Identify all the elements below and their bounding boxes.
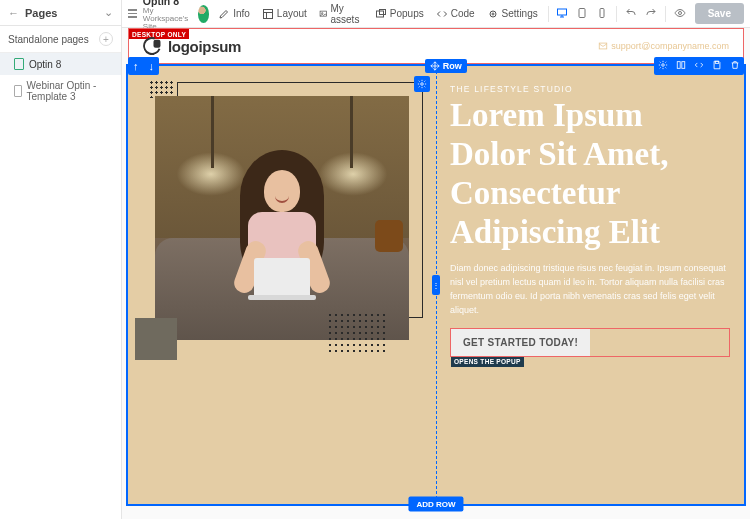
page-title-block: Optin 8 My Workspace's Site	[143, 0, 190, 31]
eyebrow-text: THE LIFESTYLE STUDIO	[450, 84, 730, 94]
hero-row[interactable]: ↑ ↓ Row ⋮ ADD ROW	[128, 66, 744, 504]
sidebar-item-optin8[interactable]: Optin 8	[0, 53, 121, 75]
svg-rect-7	[558, 9, 567, 15]
desktop-only-badge: DESKTOP ONLY	[129, 29, 189, 39]
cta-button[interactable]: GET STARTED TODAY!	[451, 329, 590, 356]
sidebar-item-label: Webinar Optin - Template 3	[27, 80, 111, 102]
topbar: Optin 8 My Workspace's Site Info Layout …	[122, 0, 750, 28]
sidebar-section-label: Standalone pages	[8, 34, 89, 45]
svg-rect-13	[677, 62, 680, 69]
column-settings-icon[interactable]	[414, 76, 430, 92]
opens-popup-badge: OPENS THE POPUP	[451, 357, 524, 367]
preview-icon[interactable]	[671, 4, 689, 24]
desktop-view-icon[interactable]	[553, 4, 571, 24]
row-toolbar	[654, 57, 744, 75]
svg-point-5	[490, 11, 496, 17]
svg-point-12	[662, 64, 665, 67]
svg-point-2	[321, 12, 322, 13]
undo-icon[interactable]	[622, 4, 640, 24]
svg-rect-0	[263, 9, 272, 18]
page-icon	[14, 85, 22, 97]
popups-button[interactable]: Popups	[370, 5, 429, 23]
hero-image-column[interactable]	[128, 66, 436, 375]
move-down-icon[interactable]: ↓	[144, 57, 160, 75]
layout-button[interactable]: Layout	[257, 5, 312, 23]
sidebar-header: ← Pages ⌄	[0, 0, 121, 26]
hamburger-icon[interactable]	[128, 9, 137, 18]
svg-rect-15	[715, 61, 718, 63]
row-settings-icon[interactable]	[654, 57, 672, 75]
pages-sidebar: ← Pages ⌄ Standalone pages + Optin 8 Web…	[0, 0, 122, 519]
decor-square	[135, 318, 177, 360]
svg-rect-9	[600, 8, 604, 17]
tablet-view-icon[interactable]	[573, 4, 591, 24]
assets-button[interactable]: My assets	[314, 0, 368, 28]
support-email-link[interactable]: support@companyname.com	[598, 41, 729, 51]
add-page-button[interactable]: +	[99, 32, 113, 46]
sidebar-item-webinar[interactable]: Webinar Optin - Template 3	[0, 75, 121, 107]
main-area: Optin 8 My Workspace's Site Info Layout …	[122, 0, 750, 519]
svg-rect-4	[379, 9, 385, 14]
mobile-view-icon[interactable]	[593, 4, 611, 24]
row-save-icon[interactable]	[708, 57, 726, 75]
save-button[interactable]: Save	[695, 3, 744, 24]
mail-icon	[598, 41, 608, 51]
sidebar-title: Pages	[25, 7, 57, 19]
canvas[interactable]: DESKTOP ONLY logoipsum support@companyna…	[122, 28, 750, 519]
hero-text-column[interactable]: THE LIFESTYLE STUDIO Lorem Ipsum Dolor S…	[436, 66, 744, 375]
page-icon	[14, 58, 24, 70]
code-button[interactable]: Code	[431, 5, 480, 23]
sidebar-section: Standalone pages +	[0, 26, 121, 53]
row-delete-icon[interactable]	[726, 57, 744, 75]
sidebar-item-label: Optin 8	[29, 59, 61, 70]
move-up-icon[interactable]: ↑	[128, 57, 144, 75]
chevron-down-icon[interactable]: ⌄	[104, 6, 113, 19]
svg-rect-14	[682, 62, 685, 69]
svg-point-10	[678, 11, 681, 14]
hero-subcopy: Diam donec adipiscing tristique risus ne…	[450, 262, 730, 318]
svg-point-6	[492, 13, 494, 15]
row-label-handle[interactable]: Row	[425, 59, 467, 73]
brand-name: logoipsum	[168, 38, 241, 55]
info-button[interactable]: Info	[213, 5, 255, 23]
row-code-icon[interactable]	[690, 57, 708, 75]
decor-dots-icon	[327, 312, 387, 352]
svg-rect-8	[579, 8, 585, 17]
row-reorder-handles: ↑ ↓	[128, 57, 159, 75]
hero-image	[147, 88, 417, 348]
redo-icon[interactable]	[642, 4, 660, 24]
move-icon	[430, 61, 440, 71]
svg-point-16	[421, 83, 424, 86]
avatar[interactable]	[198, 5, 209, 23]
settings-button[interactable]: Settings	[482, 5, 543, 23]
back-icon[interactable]: ←	[8, 7, 19, 19]
row-columns-icon[interactable]	[672, 57, 690, 75]
hero-headline: Lorem Ipsum Dolor Sit Amet, Consectetur …	[450, 96, 730, 252]
column-resize-handle[interactable]: ⋮	[432, 275, 440, 295]
cta-block[interactable]: DESKTOP ONLY GET STARTED TODAY! OPENS TH…	[450, 328, 730, 357]
add-row-button[interactable]: ADD ROW	[408, 497, 463, 512]
